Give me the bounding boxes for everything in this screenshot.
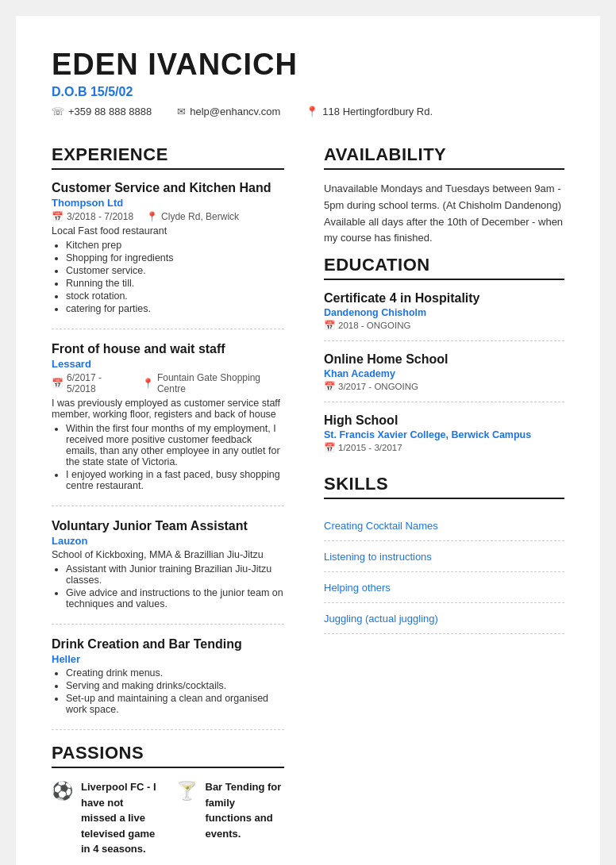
job-entry-4: Drink Creation and Bar Tending Heller Cr… [52, 637, 284, 730]
bullet-item: Assistant with Junior training Brazilian… [66, 563, 284, 586]
job-title-3: Voluntary Junior Team Assistant [52, 519, 284, 533]
header: EDEN IVANCICH D.O.B 15/5/02 ☏ +359 88 88… [52, 48, 564, 117]
edu-school-2: Khan Academy [324, 368, 564, 379]
experience-section-title: EXPERIENCE [52, 144, 284, 170]
job-desc-1: Local Fast food restaurant [52, 225, 284, 236]
skill-link-1[interactable]: Creating Cocktail Names [324, 520, 438, 532]
skill-link-3[interactable]: Helping others [324, 582, 391, 594]
job-desc-3: School of Kickboxing, MMA & Brazillian J… [52, 549, 284, 560]
phone-icon: ☏ [52, 106, 64, 117]
job-desc-2: I was previously employed as customer se… [52, 398, 284, 420]
calendar-icon-1: 📅 [52, 211, 64, 222]
pin-icon-2: 📍 [142, 378, 154, 389]
skill-item-1: Creating Cocktail Names [324, 510, 564, 541]
bullet-item: I enjoyed working in a fast paced, busy … [66, 469, 284, 491]
passion-item-2: 🍸 Bar Tending for family functions and e… [176, 779, 285, 857]
dob: D.O.B 15/5/02 [52, 85, 564, 99]
skills-title: SKILLS [324, 474, 564, 499]
phone-contact: ☏ +359 88 888 8888 [52, 106, 152, 117]
job-entry-3: Voluntary Junior Team Assistant Lauzon S… [52, 519, 284, 625]
contact-row: ☏ +359 88 888 8888 ✉ help@enhancv.com 📍 … [52, 106, 564, 117]
passions-grid: ⚽ Liverpool FC - I have not missed a liv… [52, 779, 284, 857]
address-text: 118 Hertingfordbury Rd. [322, 106, 433, 117]
company-4: Heller [52, 653, 284, 665]
bullet-item: Serving and making drinks/cocktails. [66, 680, 284, 691]
company-3: Lauzon [52, 535, 284, 547]
edu-degree-1: Certificate 4 in Hospitality [324, 291, 564, 306]
bullet-item: Kitchen prep [66, 240, 284, 251]
job-dates-1: 📅 3/2018 - 7/2018 [52, 211, 133, 222]
pin-icon-1: 📍 [146, 211, 158, 222]
skill-link-2[interactable]: Listening to instructions [324, 551, 432, 563]
passions-section-title: PASSIONS [52, 743, 284, 768]
email-contact: ✉ help@enhancv.com [177, 106, 280, 117]
full-name: EDEN IVANCICH [52, 48, 564, 82]
bullet-item: Creating drink menus. [66, 667, 284, 679]
skill-item-4: Juggling (actual juggling) [324, 603, 564, 634]
edu-school-3: St. Francis Xavier College, Berwick Camp… [324, 429, 564, 440]
edu-dates-1: 📅 2018 - ONGOING [324, 320, 564, 331]
skills-section: SKILLS Creating Cocktail Names Listening… [324, 474, 564, 634]
job-location-2: 📍 Fountain Gate Shopping Centre [142, 372, 284, 394]
passions-section: PASSIONS ⚽ Liverpool FC - I have not mis… [52, 743, 284, 857]
bullet-item: Customer service. [66, 265, 284, 276]
job-meta-1: 📅 3/2018 - 7/2018 📍 Clyde Rd, Berwick [52, 211, 284, 222]
company-1: Thompson Ltd [52, 197, 284, 209]
edu-degree-2: Online Home School [324, 352, 564, 367]
skill-item-2: Listening to instructions [324, 541, 564, 572]
job-entry-1: Customer Service and Kitchen Hand Thomps… [52, 181, 284, 329]
edu-entry-1: Certificate 4 in Hospitality Dandenong C… [324, 291, 564, 341]
right-column: AVAILABILITY Unavailable Mondays and Tue… [308, 136, 564, 857]
education-section: EDUCATION Certificate 4 in Hospitality D… [324, 255, 564, 463]
passion-text-1: Liverpool FC - I have not missed a live … [81, 779, 160, 857]
bullet-item: catering for parties. [66, 303, 284, 314]
calendar-icon-edu2: 📅 [324, 381, 335, 392]
job-bullets-2: Within the first four months of my emplo… [52, 423, 284, 491]
company-2: Lessard [52, 358, 284, 370]
bullet-item: Running the till. [66, 278, 284, 289]
bullet-item: Shopping for ingredients [66, 252, 284, 263]
job-title-1: Customer Service and Kitchen Hand [52, 181, 284, 195]
job-meta-2: 📅 6/2017 - 5/2018 📍 Fountain Gate Shoppi… [52, 372, 284, 394]
job-location-1: 📍 Clyde Rd, Berwick [146, 211, 239, 222]
job-entry-2: Front of house and wait staff Lessard 📅 … [52, 342, 284, 506]
phone-number: +359 88 888 8888 [68, 106, 152, 117]
left-column: EXPERIENCE Customer Service and Kitchen … [52, 136, 308, 857]
calendar-icon-edu1: 📅 [324, 320, 335, 331]
job-title-4: Drink Creation and Bar Tending [52, 637, 284, 652]
passion-text-2: Bar Tending for family functions and eve… [206, 779, 285, 841]
availability-title: AVAILABILITY [324, 144, 564, 170]
email-icon: ✉ [177, 106, 186, 117]
bullet-item: Within the first four months of my emplo… [66, 423, 284, 467]
email-address: help@enhancv.com [190, 106, 280, 117]
skill-item-3: Helping others [324, 572, 564, 603]
passion-item-1: ⚽ Liverpool FC - I have not missed a liv… [52, 779, 160, 857]
bullet-item: Give advice and instructions to the juni… [66, 587, 284, 609]
edu-entry-3: High School St. Francis Xavier College, … [324, 413, 564, 463]
job-title-2: Front of house and wait staff [52, 342, 284, 356]
edu-school-1: Dandenong Chisholm [324, 307, 564, 318]
resume-container: EDEN IVANCICH D.O.B 15/5/02 ☏ +359 88 88… [16, 16, 600, 865]
soccer-ball-icon: ⚽ [52, 781, 73, 802]
availability-text: Unavailable Mondays and Tuesdays between… [324, 181, 564, 247]
job-bullets-3: Assistant with Junior training Brazilian… [52, 563, 284, 609]
edu-degree-3: High School [324, 413, 564, 428]
bullet-item: Set-up and maintaining a clean and organ… [66, 693, 284, 715]
availability-section: AVAILABILITY Unavailable Mondays and Tue… [324, 144, 564, 247]
job-bullets-1: Kitchen prep Shopping for ingredients Cu… [52, 240, 284, 314]
edu-dates-3: 📅 1/2015 - 3/2017 [324, 442, 564, 453]
bullet-item: stock rotation. [66, 290, 284, 302]
job-dates-2: 📅 6/2017 - 5/2018 [52, 372, 129, 394]
edu-dates-2: 📅 3/2017 - ONGOING [324, 381, 564, 392]
calendar-icon-edu3: 📅 [324, 442, 335, 453]
job-bullets-4: Creating drink menus. Serving and making… [52, 667, 284, 715]
edu-entry-2: Online Home School Khan Academy 📅 3/2017… [324, 352, 564, 402]
address-contact: 📍 118 Hertingfordbury Rd. [306, 106, 433, 117]
education-title: EDUCATION [324, 255, 564, 280]
skill-link-4[interactable]: Juggling (actual juggling) [324, 613, 438, 625]
cocktail-icon: 🍸 [176, 781, 198, 802]
calendar-icon-2: 📅 [52, 378, 64, 389]
location-icon: 📍 [306, 106, 318, 117]
